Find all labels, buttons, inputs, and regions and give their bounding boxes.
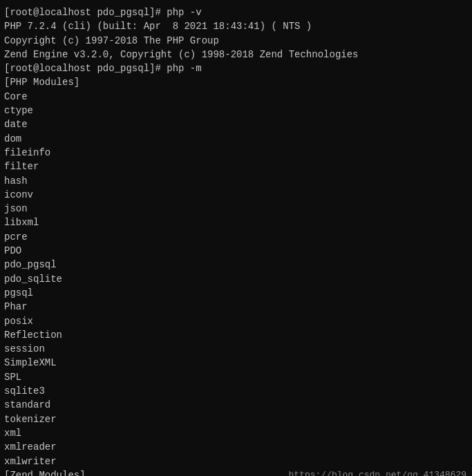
terminal-line: hash bbox=[4, 174, 468, 188]
terminal-line: SPL bbox=[4, 370, 468, 384]
terminal-line: pcre bbox=[4, 230, 468, 244]
terminal-line: Copyright (c) 1997-2018 The PHP Group bbox=[4, 34, 468, 48]
terminal-line: fileinfo bbox=[4, 146, 468, 160]
terminal-line: PDO bbox=[4, 244, 468, 258]
terminal-line: SimpleXML bbox=[4, 356, 468, 370]
terminal-line: Zend Engine v3.2.0, Copyright (c) 1998-2… bbox=[4, 48, 468, 61]
terminal-line: libxml bbox=[4, 216, 468, 229]
watermark: https://blog.csdn.net/qq_41348629 bbox=[289, 469, 466, 476]
terminal-line: PHP 7.2.4 (cli) (built: Apr 8 2021 18:43… bbox=[4, 19, 468, 33]
terminal-line: posix bbox=[4, 314, 468, 328]
terminal-line: ctype bbox=[4, 104, 468, 117]
terminal-line: pgsql bbox=[4, 286, 468, 300]
terminal-line: sqlite3 bbox=[4, 384, 468, 398]
terminal: [root@localhost pdo_pgsql]# php -vPHP 7.… bbox=[4, 6, 468, 476]
terminal-line: filter bbox=[4, 160, 468, 173]
terminal-line: xmlreader bbox=[4, 440, 468, 454]
terminal-line: Reflection bbox=[4, 328, 468, 342]
terminal-line: session bbox=[4, 342, 468, 356]
terminal-line: Phar bbox=[4, 300, 468, 314]
terminal-line: Core bbox=[4, 90, 468, 104]
terminal-line: [root@localhost pdo_pgsql]# php -m bbox=[4, 61, 468, 75]
terminal-line: [root@localhost pdo_pgsql]# php -v bbox=[4, 6, 468, 19]
terminal-line: [PHP Modules] bbox=[4, 75, 468, 89]
terminal-line: tokenizer bbox=[4, 412, 468, 426]
terminal-line: pdo_pgsql bbox=[4, 258, 468, 272]
terminal-line: iconv bbox=[4, 188, 468, 202]
terminal-line: pdo_sqlite bbox=[4, 272, 468, 286]
terminal-line: xmlwriter bbox=[4, 455, 468, 468]
terminal-line: xml bbox=[4, 426, 468, 440]
terminal-line: standard bbox=[4, 398, 468, 412]
terminal-line: json bbox=[4, 202, 468, 216]
terminal-line: dom bbox=[4, 132, 468, 146]
terminal-line: date bbox=[4, 117, 468, 131]
